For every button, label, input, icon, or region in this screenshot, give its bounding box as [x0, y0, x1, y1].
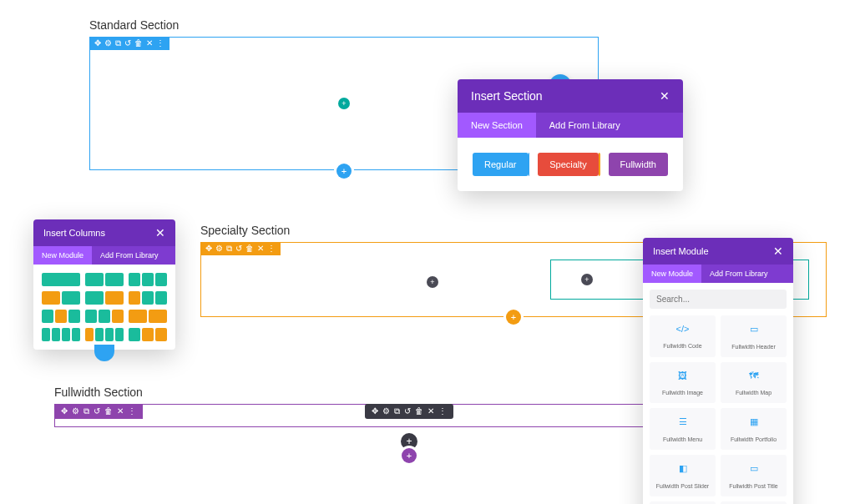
menu-icon: ☰	[653, 416, 712, 427]
grid-icon: ▦	[724, 416, 783, 427]
insert-section-tabs: New Section Add From Library	[458, 113, 683, 138]
move-icon[interactable]: ✥	[205, 244, 212, 253]
standard-toolbar[interactable]: ✥ ⚙ ⧉ ↺ 🗑 ✕ ⋮	[89, 37, 169, 50]
insert-module-title: Insert Module	[653, 246, 709, 256]
col-layout-9[interactable]	[129, 310, 167, 323]
close-icon[interactable]: ✕	[773, 244, 783, 258]
close-icon[interactable]: ✕	[660, 89, 670, 103]
insert-section-title: Insert Section	[471, 89, 543, 103]
col-layout-5[interactable]	[85, 291, 124, 305]
col-layout-7[interactable]	[42, 310, 80, 323]
insert-module-tabs: New Module Add From Library	[643, 265, 793, 283]
insert-section-modal: Insert Section ✕ New Section Add From Li…	[458, 79, 683, 191]
gear-icon[interactable]: ⚙	[215, 244, 223, 253]
module-fullwidth-post-title[interactable]: ▭Fullwidth Post Title	[721, 455, 787, 496]
specialty-button[interactable]: Specialty	[538, 153, 599, 176]
close-icon[interactable]: ✕	[117, 407, 124, 416]
tab-new-module[interactable]: New Module	[33, 246, 92, 265]
title-icon: ▭	[724, 463, 783, 474]
fullwidth-toolbar[interactable]: ✥ ⚙ ⧉ ↺ 🗑 ✕ ⋮	[54, 404, 143, 419]
trash-icon[interactable]: 🗑	[104, 407, 113, 416]
tab-add-from-library[interactable]: Add From Library	[536, 113, 634, 138]
add-module-button[interactable]: +	[401, 433, 417, 450]
add-row-button[interactable]: +	[338, 98, 350, 109]
standard-section-label: Standard Section	[89, 18, 599, 32]
fullwidth-button[interactable]: Fullwidth	[609, 153, 668, 176]
module-search-input[interactable]	[650, 290, 787, 309]
header-icon: ▭	[724, 324, 783, 335]
module-fullwidth-portfolio[interactable]: ▦Fullwidth Portfolio	[721, 408, 787, 450]
blue-accent	[529, 153, 530, 176]
module-fullwidth-image[interactable]: 🖼Fullwidth Image	[650, 362, 716, 403]
trash-icon[interactable]: 🗑	[134, 39, 143, 48]
save-icon[interactable]: ↺	[94, 407, 100, 416]
add-fullwidth-section-button[interactable]: +	[402, 448, 417, 463]
tab-new-section[interactable]: New Section	[458, 113, 536, 138]
insert-module-modal: Insert Module ✕ New Module Add From Libr…	[643, 238, 793, 504]
specialty-toolbar[interactable]: ✥ ⚙ ⧉ ↺ 🗑 ✕ ⋮	[200, 242, 281, 255]
module-fullwidth-menu[interactable]: ☰Fullwidth Menu	[650, 408, 716, 450]
code-icon: </>	[653, 324, 712, 334]
col-layout-10[interactable]	[42, 328, 80, 341]
module-fullwidth-map[interactable]: 🗺Fullwidth Map	[721, 362, 787, 403]
col-layout-2[interactable]	[85, 273, 124, 286]
duplicate-icon[interactable]: ⧉	[83, 407, 89, 416]
regular-button[interactable]: Regular	[473, 153, 529, 176]
insert-module-header: Insert Module ✕	[643, 238, 793, 265]
duplicate-icon[interactable]: ⧉	[394, 407, 400, 416]
close-icon[interactable]: ✕	[155, 226, 165, 239]
add-module-button[interactable]: +	[581, 274, 593, 285]
columns-handle[interactable]	[94, 345, 114, 361]
module-fullwidth-header[interactable]: ▭Fullwidth Header	[721, 315, 787, 357]
image-icon: 🖼	[653, 370, 712, 381]
insert-columns-modal: Insert Columns ✕ New Module Add From Lib…	[33, 219, 175, 350]
module-toolbar[interactable]: ✥ ⚙ ⧉ ↺ 🗑 ✕ ⋮	[365, 404, 453, 419]
add-module-button[interactable]: +	[427, 276, 438, 288]
trash-icon[interactable]: 🗑	[245, 244, 254, 253]
add-section-button[interactable]: +	[336, 164, 352, 179]
trash-icon[interactable]: 🗑	[415, 407, 423, 416]
tab-new-module[interactable]: New Module	[643, 265, 701, 283]
add-specialty-section-button[interactable]: +	[506, 310, 521, 325]
slider-icon: ◧	[653, 463, 712, 474]
gear-icon[interactable]: ⚙	[104, 39, 112, 48]
orange-accent	[599, 153, 600, 176]
columns-grid	[33, 265, 175, 350]
gear-icon[interactable]: ⚙	[382, 407, 390, 416]
more-icon[interactable]: ⋮	[128, 407, 136, 416]
more-icon[interactable]: ⋮	[267, 244, 276, 253]
more-icon[interactable]: ⋮	[438, 407, 447, 416]
insert-module-body: </>Fullwidth Code ▭Fullwidth Header 🖼Ful…	[643, 283, 793, 504]
col-layout-6[interactable]	[129, 291, 167, 305]
close-icon[interactable]: ✕	[146, 39, 153, 48]
more-icon[interactable]: ⋮	[156, 39, 164, 48]
insert-section-body: Regular Specialty Fullwidth	[458, 138, 683, 191]
save-icon[interactable]: ↺	[235, 244, 242, 253]
close-icon[interactable]: ✕	[257, 244, 264, 253]
tab-add-from-library[interactable]: Add From Library	[92, 246, 167, 265]
module-fullwidth-post-slider[interactable]: ◧Fullwidth Post Slider	[650, 455, 716, 496]
insert-columns-tabs: New Module Add From Library	[33, 246, 175, 265]
duplicate-icon[interactable]: ⧉	[115, 39, 121, 48]
move-icon[interactable]: ✥	[94, 39, 101, 48]
col-layout-11[interactable]	[85, 328, 124, 341]
col-layout-4[interactable]	[42, 291, 80, 305]
insert-section-header: Insert Section ✕	[458, 79, 683, 113]
move-icon[interactable]: ✥	[61, 407, 68, 416]
tab-add-from-library[interactable]: Add From Library	[701, 265, 777, 283]
move-icon[interactable]: ✥	[372, 407, 378, 416]
module-fullwidth-code[interactable]: </>Fullwidth Code	[650, 315, 716, 357]
close-icon[interactable]: ✕	[428, 407, 434, 416]
save-icon[interactable]: ↺	[124, 39, 131, 48]
col-layout-3[interactable]	[129, 273, 167, 286]
specialty-section-label: Specialty Section	[200, 224, 827, 237]
gear-icon[interactable]: ⚙	[72, 407, 79, 416]
col-layout-8[interactable]	[85, 310, 124, 323]
module-grid: </>Fullwidth Code ▭Fullwidth Header 🖼Ful…	[650, 315, 787, 504]
save-icon[interactable]: ↺	[404, 407, 411, 416]
col-layout-12[interactable]	[129, 328, 167, 341]
col-layout-1[interactable]	[42, 273, 80, 286]
duplicate-icon[interactable]: ⧉	[226, 244, 232, 253]
map-icon: 🗺	[724, 370, 783, 381]
insert-columns-title: Insert Columns	[43, 228, 105, 238]
